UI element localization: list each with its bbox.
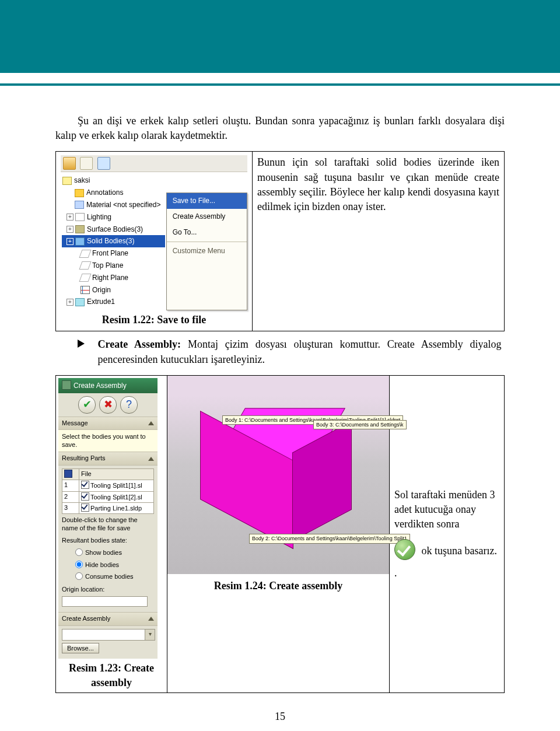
tree-item-right: Right Plane — [92, 273, 128, 283]
assembly-icon — [62, 380, 71, 390]
rename-hint: Double-click to change the name of the f… — [62, 516, 154, 533]
intro-paragraph: Şu an dişi ve erkek kalıp setleri oluştu… — [55, 114, 505, 143]
ok-check-icon — [394, 539, 415, 560]
context-menu: Save to File... Create Assembly Go To...… — [166, 193, 247, 310]
menu-save-to-file[interactable]: Save to File... — [167, 193, 247, 209]
sidenote-p2: ok tuşuna basarız. — [422, 545, 497, 557]
file-row-1[interactable]: Tooling Split1[1].sl — [90, 482, 142, 489]
bullet-create-assembly: Create Assembly: Montaj çizim dosyası ol… — [55, 337, 505, 366]
part-icon — [62, 177, 72, 185]
plane-icon — [79, 274, 91, 282]
pm-title: Create Assembly — [58, 378, 158, 393]
tree-item-origin: Origin — [92, 285, 111, 295]
cancel-button[interactable]: ✖ — [99, 396, 117, 414]
body-tooltip-2: Body 2: C:\Documents and Settings\kaan\B… — [249, 534, 410, 544]
bullet-title: Create Assembly: — [98, 338, 181, 350]
plane-icon — [79, 250, 91, 258]
expand-icon[interactable]: + — [66, 299, 74, 306]
checkbox-icon[interactable] — [81, 492, 89, 501]
tree-item-lighting: Lighting — [87, 212, 111, 222]
origin-input[interactable] — [62, 596, 148, 607]
lighting-icon — [75, 213, 85, 221]
page-number: 15 — [0, 699, 560, 731]
material-icon — [75, 201, 84, 209]
checkbox-icon[interactable] — [81, 503, 89, 512]
toolbar-icon-1[interactable] — [63, 157, 76, 170]
file-row-3[interactable]: Parting Line1.sldp — [90, 505, 142, 512]
save-icon — [64, 470, 72, 478]
viewport-3d[interactable]: Body 1: C:\Documents and Settings\kaan\B… — [167, 376, 389, 574]
extrude-icon — [75, 298, 85, 306]
solid-icon — [75, 237, 85, 246]
header-band — [0, 0, 560, 73]
checkbox-icon[interactable] — [81, 481, 89, 489]
tree-item-surface: Surface Bodies(3) — [87, 225, 143, 235]
toolbar-icon-3[interactable] — [97, 157, 110, 170]
collapse-icon[interactable] — [148, 457, 154, 461]
radio-consume[interactable]: Consume bodies — [62, 570, 154, 582]
fig3-caption: Resim 1.23: Create assembly — [58, 661, 164, 690]
state-header: Resultant bodies state: — [62, 536, 154, 545]
browse-button[interactable]: Browse... — [62, 643, 99, 653]
tree-item-solid: Solid Bodies(3) — [87, 236, 134, 246]
tree-item-top: Top Plane — [92, 261, 123, 271]
resulting-parts-header: Resulting Parts — [62, 454, 106, 463]
create-assembly-section: Create Assembly — [62, 614, 110, 623]
bullet-arrow-icon — [78, 337, 88, 348]
sidenote-dot: . — [394, 566, 499, 580]
fig1-description: Bunun için sol taraftaki solid bodies üz… — [257, 155, 499, 214]
dropdown-icon[interactable]: ▾ — [145, 629, 155, 640]
expand-icon[interactable]: + — [66, 214, 74, 221]
fig2-caption: Resim 1.24: Create assembly — [167, 579, 389, 593]
message-header: Message — [62, 419, 88, 428]
file-row-2[interactable]: Tooling Split1[2].sl — [90, 494, 142, 501]
assembly-path-input[interactable]: ▾ — [62, 629, 155, 641]
tree-item-extrude: Extrude1 — [87, 297, 115, 307]
fig1-caption: Resim 1.22: Save to file — [61, 313, 247, 327]
figure23-table: Create Assembly ✔ ✖ ? Message Select the… — [55, 375, 505, 693]
menu-create-assembly[interactable]: Create Assembly — [167, 209, 247, 225]
feature-tree[interactable]: saksi Annotations Material <not specifie… — [61, 172, 166, 310]
origin-icon — [80, 286, 90, 294]
help-button[interactable]: ? — [120, 396, 138, 414]
ok-button[interactable]: ✔ — [78, 396, 96, 414]
radio-hide[interactable]: Hide bodies — [62, 558, 154, 570]
menu-divider — [167, 242, 247, 242]
expand-icon[interactable]: + — [66, 226, 74, 233]
feature-toolbar — [61, 155, 247, 172]
file-column-header: File — [79, 468, 154, 480]
tree-root: saksi — [74, 176, 90, 186]
sidenote-p1: Sol taraftaki menüden 3 adet kutucuğa on… — [394, 488, 499, 532]
body-tooltip-3: Body 3: C:\Documents and Settings\k — [313, 420, 407, 430]
toolbar-icon-2[interactable] — [80, 157, 93, 170]
property-manager: Create Assembly ✔ ✖ ? Message Select the… — [58, 378, 158, 659]
origin-header: Origin location: — [62, 585, 154, 594]
tree-item-front: Front Plane — [92, 249, 128, 258]
menu-customize[interactable]: Customize Menu — [167, 243, 247, 259]
plane-icon — [79, 261, 91, 270]
radio-show[interactable]: Show bodies — [62, 546, 154, 558]
fig1-screenshot: saksi Annotations Material <not specifie… — [61, 155, 247, 310]
collapse-icon[interactable] — [148, 617, 154, 621]
expand-icon[interactable]: + — [66, 238, 74, 245]
collapse-icon[interactable] — [148, 421, 154, 425]
sidenote: Sol taraftaki menüden 3 adet kutucuğa on… — [394, 488, 499, 580]
annotations-icon — [75, 189, 84, 197]
figure1-table: saksi Annotations Material <not specifie… — [55, 151, 505, 331]
message-text: Select the bodies you want to save. — [58, 430, 158, 452]
files-table: File 1Tooling Split1[1].sl 2Tooling Spli… — [62, 468, 154, 515]
menu-go-to[interactable]: Go To... — [167, 225, 247, 240]
tree-item-material: Material <not specified> — [86, 200, 160, 210]
surface-icon — [75, 225, 85, 233]
tree-item-annotations: Annotations — [86, 188, 123, 198]
